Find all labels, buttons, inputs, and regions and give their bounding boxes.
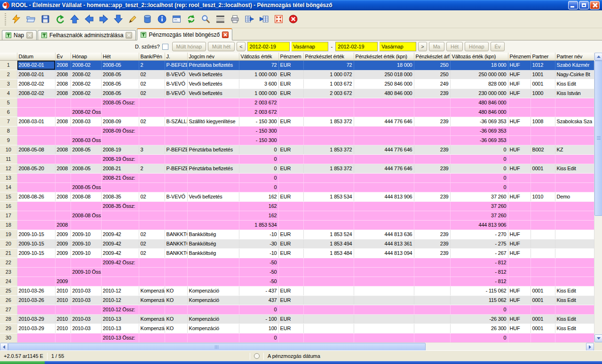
open-folder-button[interactable] — [24, 13, 37, 25]
cell[interactable]: - 812 — [450, 267, 508, 277]
cell[interactable]: 0001 — [531, 79, 555, 88]
cell[interactable] — [555, 126, 594, 135]
cell[interactable] — [101, 135, 139, 145]
cell[interactable] — [101, 277, 139, 286]
cell[interactable]: 02 — [139, 248, 165, 258]
tab-close-icon[interactable] — [126, 32, 132, 39]
cell[interactable]: HUF — [508, 229, 531, 239]
cell[interactable] — [508, 211, 531, 220]
refresh-button[interactable] — [185, 13, 198, 25]
cell[interactable]: 0 — [239, 305, 278, 314]
cell[interactable] — [17, 126, 55, 135]
cell[interactable]: 2010 — [55, 324, 71, 333]
cell[interactable]: 480 846 000 — [450, 98, 508, 107]
scroll-up-button[interactable] — [594, 53, 602, 61]
cell[interactable] — [303, 211, 354, 220]
cell[interactable]: HUF — [508, 239, 531, 248]
cell[interactable]: 239 — [414, 88, 450, 98]
cell[interactable]: HUF — [508, 60, 531, 70]
cell[interactable]: 2009 — [55, 248, 71, 258]
cell[interactable] — [354, 286, 414, 295]
cell[interactable]: HUF — [508, 79, 531, 88]
cell[interactable] — [278, 201, 303, 211]
cell[interactable]: 26 300 — [450, 324, 508, 333]
toolbar-grip[interactable] — [5, 13, 6, 25]
cell[interactable]: 0 — [239, 164, 278, 173]
cell[interactable] — [139, 182, 165, 192]
cell[interactable]: 2 — [139, 60, 165, 70]
past-month-button[interactable]: Múlt hónap — [172, 42, 206, 51]
next-period-button[interactable]: > — [418, 42, 427, 51]
cell[interactable]: 2008-02-02 — [17, 88, 55, 98]
cell[interactable] — [531, 98, 555, 107]
cell[interactable]: B-VEVŐ — [165, 70, 187, 79]
cell[interactable]: 1 853 484 — [303, 248, 354, 258]
cell[interactable]: HUF — [508, 117, 531, 126]
cell[interactable] — [531, 333, 555, 342]
column-header-4[interactable]: Hét — [101, 53, 139, 60]
cell[interactable]: 1008 — [531, 117, 555, 126]
cell[interactable]: 249 — [414, 79, 450, 88]
cell[interactable]: Pénztárba befizetés — [187, 164, 239, 173]
cell[interactable] — [165, 126, 187, 135]
cell[interactable]: 1000 — [531, 88, 555, 98]
cell[interactable] — [555, 229, 594, 239]
cell[interactable] — [17, 220, 55, 229]
cell[interactable] — [414, 154, 450, 164]
row-number[interactable]: 30 — [0, 333, 17, 342]
cell[interactable]: 444 776 646 — [354, 145, 414, 154]
today-button[interactable]: Ma — [429, 42, 444, 51]
cell[interactable] — [278, 258, 303, 267]
cell[interactable]: P-BEFIZET — [165, 145, 187, 154]
cell[interactable] — [414, 286, 450, 295]
cell[interactable]: BANKKTG — [165, 248, 187, 258]
cell[interactable]: 2009 — [55, 239, 71, 248]
cell[interactable] — [187, 126, 239, 135]
cell[interactable]: 02 — [139, 79, 165, 88]
cell[interactable]: 37 260 — [450, 211, 508, 220]
cell[interactable]: -30 — [239, 239, 278, 248]
cell[interactable]: Bankköltség — [187, 229, 239, 239]
cell[interactable] — [354, 295, 414, 305]
cell[interactable] — [187, 267, 239, 277]
cell[interactable] — [187, 173, 239, 182]
tab-2[interactable]: Felhasznalók adminisztrálása — [38, 30, 136, 40]
cell[interactable]: 444 813 094 — [354, 248, 414, 258]
row-number[interactable]: 14 — [0, 182, 17, 192]
cell[interactable] — [303, 267, 354, 277]
cell[interactable] — [414, 267, 450, 277]
cell[interactable] — [303, 305, 354, 314]
cell[interactable]: - 437 — [239, 286, 278, 295]
cell[interactable]: 239 — [414, 239, 450, 248]
cell[interactable]: Kompenzáció — [139, 324, 165, 333]
cell[interactable]: 2008-19 Össz: — [101, 154, 139, 164]
cell[interactable]: 1 853 534 — [239, 220, 278, 229]
cell[interactable] — [508, 107, 531, 117]
cell[interactable] — [354, 173, 414, 182]
first-record-button[interactable] — [68, 13, 81, 25]
row-number[interactable]: 1 — [0, 60, 17, 70]
cell[interactable] — [303, 135, 354, 145]
cell[interactable] — [414, 258, 450, 267]
cell[interactable] — [165, 154, 187, 164]
cell[interactable]: 2008-05 Össz: — [101, 98, 139, 107]
cell[interactable] — [531, 267, 555, 277]
cell[interactable] — [303, 182, 354, 192]
cell[interactable]: Szállító kiegyenlítése — [187, 117, 239, 126]
cell[interactable] — [414, 173, 450, 182]
cell[interactable]: 1 853 534 — [303, 192, 354, 201]
cell[interactable] — [555, 154, 594, 164]
row-number[interactable]: 24 — [0, 277, 17, 286]
cell[interactable] — [531, 229, 555, 239]
cell[interactable] — [17, 258, 55, 267]
cell[interactable] — [17, 154, 55, 164]
cell[interactable] — [531, 220, 555, 229]
week-button[interactable]: Hét — [446, 42, 463, 51]
cell[interactable]: 2008-02 — [71, 70, 101, 79]
cell[interactable] — [354, 98, 414, 107]
row-number[interactable]: 20 — [0, 239, 17, 248]
scroll-left-button[interactable] — [0, 343, 8, 351]
cell[interactable]: 162 — [239, 192, 278, 201]
cell[interactable]: 02 — [139, 229, 165, 239]
cell[interactable]: 230 000 000 — [450, 88, 508, 98]
